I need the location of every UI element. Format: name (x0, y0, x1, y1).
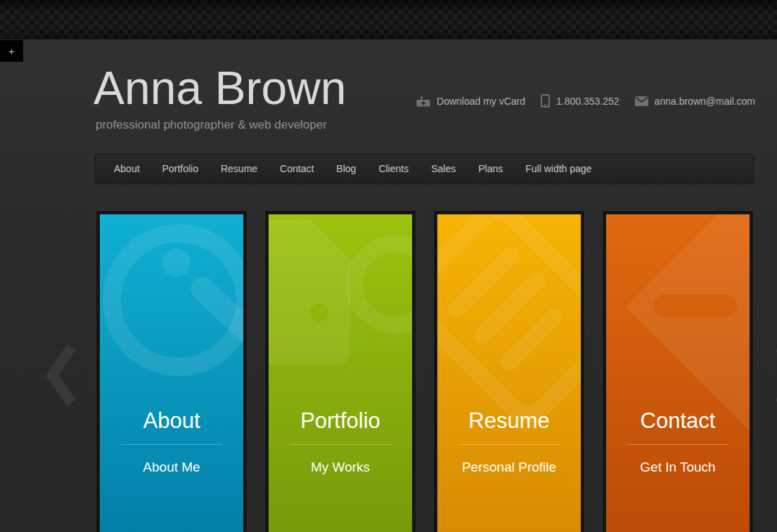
card-title: Portfolio (269, 410, 412, 432)
vcard-link-label: Download my vCard (437, 96, 525, 107)
card-divider (121, 444, 222, 445)
expand-plus-button[interactable]: + (0, 40, 23, 62)
document-icon (437, 214, 581, 532)
card-divider (458, 444, 560, 445)
reply-arrow-icon (606, 214, 750, 532)
site-tagline: professional photographer & web develope… (96, 118, 327, 132)
card-resume[interactable]: Resume Personal Profile (434, 211, 584, 532)
info-icon (100, 214, 243, 532)
card-contact-label: Contact Get In Touch (606, 410, 750, 475)
nav-item-about[interactable]: About (103, 155, 151, 183)
card-about-label: About About Me (100, 410, 243, 475)
card-subtitle: My Works (269, 460, 412, 475)
download-vcard-link[interactable]: Download my vCard (416, 94, 525, 108)
contact-bar: Download my vCard 1.800.353.252 anna.bro… (416, 94, 755, 108)
card-contact[interactable]: Contact Get In Touch (603, 211, 753, 532)
main-navigation: About Portfolio Resume Contact Blog Clie… (95, 154, 754, 183)
nav-item-portfolio[interactable]: Portfolio (151, 155, 210, 183)
carousel-prev-arrow[interactable] (44, 342, 83, 409)
vcard-download-icon (416, 94, 430, 108)
email-link[interactable]: anna.brown@mail.com (635, 96, 755, 107)
card-subtitle: Personal Profile (437, 460, 581, 475)
nav-item-sales[interactable]: Sales (420, 155, 467, 183)
phone-link[interactable]: 1.800.353.252 (541, 94, 619, 108)
nav-item-blog[interactable]: Blog (325, 155, 367, 183)
nav-item-full-width-page[interactable]: Full width page (514, 155, 603, 183)
nav-item-plans[interactable]: Plans (467, 155, 514, 183)
card-resume-label: Resume Personal Profile (437, 410, 581, 475)
card-divider (290, 444, 391, 445)
site-title: Anna Brown (94, 65, 347, 111)
nav-item-resume[interactable]: Resume (210, 155, 269, 183)
camera-tag-icon (269, 214, 412, 532)
carousel-next-arrow[interactable] (768, 342, 777, 409)
card-title: Contact (606, 410, 750, 432)
email-address-label: anna.brown@mail.com (655, 96, 755, 107)
card-portfolio-label: Portfolio My Works (269, 410, 412, 475)
tile-carousel: About About Me Portfolio My Works (96, 211, 753, 532)
card-title: About (100, 410, 243, 432)
portfolio-homepage: + Anna Brown professional photographer &… (0, 0, 777, 532)
card-subtitle: Get In Touch (606, 460, 750, 475)
carbon-pattern-band (0, 0, 777, 39)
nav-item-clients[interactable]: Clients (367, 155, 420, 183)
card-about[interactable]: About About Me (96, 211, 247, 532)
envelope-icon (635, 96, 648, 106)
phone-number-label: 1.800.353.252 (556, 96, 619, 107)
nav-item-contact[interactable]: Contact (269, 155, 325, 183)
phone-icon (541, 94, 550, 108)
card-portfolio[interactable]: Portfolio My Works (265, 211, 416, 532)
card-title: Resume (437, 410, 581, 432)
card-subtitle: About Me (100, 460, 243, 475)
card-divider (627, 444, 728, 445)
